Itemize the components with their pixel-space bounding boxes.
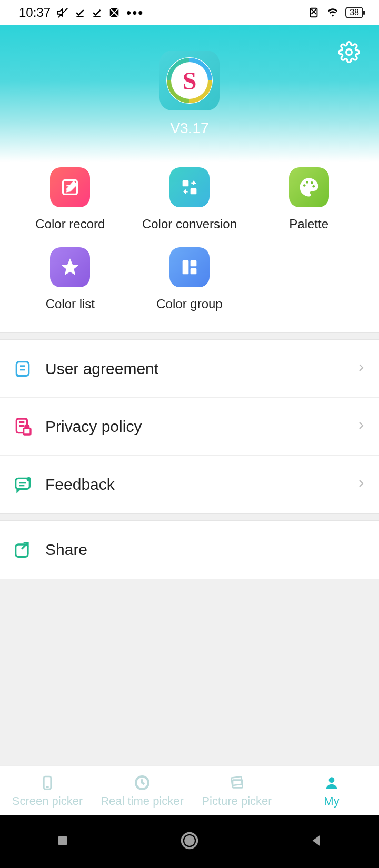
feature-label: Color list (46, 297, 95, 311)
status-time: 10:37 (19, 5, 51, 20)
svg-point-29 (27, 478, 30, 481)
rotation-lock-icon (307, 7, 320, 18)
chevron-right-icon (355, 419, 367, 434)
share-icon (12, 539, 34, 561)
privacy-icon (12, 416, 34, 438)
svg-point-7 (346, 49, 352, 55)
screen-picker-icon (39, 773, 56, 792)
list-item-label: Privacy policy (45, 418, 355, 436)
person-icon (323, 773, 340, 792)
empty-space (0, 579, 379, 765)
conversion-icon (169, 167, 210, 207)
feature-palette[interactable]: Palette (249, 162, 368, 242)
feedback-icon (12, 473, 34, 496)
clock-icon (134, 773, 151, 792)
back-button[interactable] (308, 833, 324, 851)
list-item-label: Share (45, 541, 367, 559)
feature-color-group[interactable]: Color group (130, 242, 250, 322)
svg-rect-9 (183, 180, 189, 187)
section-divider (0, 332, 379, 340)
document-icon (12, 358, 34, 380)
tab-picture-picker[interactable]: Picture picker (190, 773, 284, 808)
star-icon (50, 247, 90, 287)
section-divider (0, 513, 379, 521)
svg-rect-10 (191, 188, 197, 195)
header: S V3.17 (0, 25, 379, 162)
privacy-policy-item[interactable]: Privacy policy (0, 398, 379, 456)
svg-rect-25 (24, 428, 31, 435)
status-right: 38 (307, 7, 363, 18)
tab-realtime-picker[interactable]: Real time picker (95, 773, 190, 808)
svg-point-14 (312, 185, 315, 188)
feature-label: Palette (289, 217, 328, 231)
svg-marker-15 (62, 258, 79, 275)
user-agreement-item[interactable]: User agreement (0, 340, 379, 398)
tab-screen-picker[interactable]: Screen picker (0, 773, 95, 808)
svg-point-39 (185, 836, 194, 845)
home-button[interactable] (179, 831, 200, 853)
settings-button[interactable] (338, 41, 360, 65)
svg-rect-17 (191, 260, 197, 267)
battery-level: 38 (350, 8, 359, 17)
more-icon: ••• (126, 5, 144, 21)
app-logo: S (159, 51, 220, 110)
svg-line-0 (58, 8, 67, 17)
share-item[interactable]: Share (0, 521, 379, 579)
status-bar: 10:37 ••• 38 (0, 0, 379, 25)
feature-color-list[interactable]: Color list (11, 242, 130, 322)
list-item-label: Feedback (45, 476, 355, 493)
tab-label: Picture picker (202, 794, 272, 808)
status-left: 10:37 ••• (19, 5, 144, 21)
tab-label: Screen picker (12, 794, 83, 808)
recent-apps-button[interactable] (55, 833, 71, 851)
bottom-nav: Screen picker Real time picker Picture p… (0, 765, 379, 815)
app-version: V3.17 (170, 120, 208, 137)
feature-color-record[interactable]: Color record (11, 162, 130, 242)
tab-label: My (324, 794, 339, 808)
feature-color-conversion[interactable]: Color conversion (130, 162, 250, 242)
feature-label: Color group (156, 297, 222, 311)
svg-point-12 (306, 181, 308, 184)
tab-my[interactable]: My (284, 773, 379, 808)
svg-point-11 (303, 184, 306, 187)
svg-rect-16 (183, 260, 189, 275)
group-icon (169, 247, 210, 287)
feature-label: Color conversion (142, 217, 237, 231)
share-list: Share (0, 521, 379, 579)
feedback-item[interactable]: Feedback (0, 456, 379, 513)
app-logo-icon: S (166, 57, 213, 104)
list-item-label: User agreement (45, 360, 355, 378)
svg-point-36 (329, 777, 335, 783)
settings-list: User agreement Privacy policy Feedback (0, 340, 379, 513)
chevron-right-icon (355, 361, 367, 376)
download-check-icon (75, 7, 85, 18)
svg-rect-37 (58, 836, 67, 845)
chevron-right-icon (355, 477, 367, 492)
tab-label: Real time picker (101, 794, 184, 808)
palette-icon (289, 167, 329, 207)
feature-grid-section: Color record Color conversion Palette Co… (0, 162, 379, 332)
battery-indicator: 38 (345, 7, 363, 18)
feature-label: Color record (35, 217, 105, 231)
photos-icon (108, 7, 120, 18)
svg-rect-18 (191, 268, 197, 275)
picture-icon (228, 773, 246, 792)
record-icon (50, 167, 90, 207)
system-nav-bar (0, 815, 379, 868)
svg-rect-30 (16, 544, 28, 557)
download-check-icon (92, 7, 102, 18)
svg-point-13 (311, 181, 313, 184)
wifi-icon (326, 7, 339, 18)
mute-icon (57, 7, 68, 18)
